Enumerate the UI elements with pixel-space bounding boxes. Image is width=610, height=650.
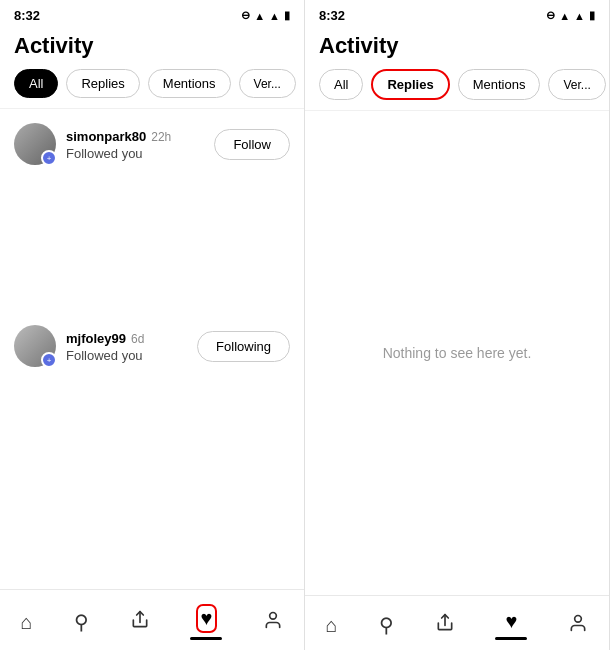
battery-icon-r: ▮: [589, 9, 595, 22]
nav-search-left[interactable]: ⚲: [66, 608, 97, 636]
svg-point-1: [270, 612, 277, 619]
battery-icon: ▮: [284, 9, 290, 22]
wifi-icon: ▲: [254, 10, 265, 22]
status-bar-left: 8:32 ⊖ ▲ ▲ ▮: [0, 0, 304, 27]
avatar-mjfoley: +: [14, 325, 56, 367]
spacer: [0, 175, 304, 315]
nav-share-right[interactable]: [427, 611, 463, 640]
nav-indicator-left: [190, 637, 222, 640]
nav-search-right[interactable]: ⚲: [371, 611, 402, 639]
search-icon-right: ⚲: [379, 613, 394, 637]
profile-icon-left: [263, 610, 283, 635]
empty-state-right: Nothing to see here yet.: [305, 111, 609, 595]
time-simon: 22h: [151, 130, 171, 144]
tab-ver-right[interactable]: Ver...: [548, 69, 605, 100]
heart-icon-right: ♥: [506, 610, 518, 633]
nav-home-right[interactable]: ⌂: [317, 612, 345, 639]
search-icon-left: ⚲: [74, 610, 89, 634]
activity-info-simon: simonpark8022h Followed you: [66, 127, 204, 161]
signal-icon-r: ▲: [574, 10, 585, 22]
nav-activity-left[interactable]: ♥: [182, 602, 230, 642]
wifi-icon-r: ▲: [559, 10, 570, 22]
do-not-disturb-icon-r: ⊖: [546, 9, 555, 22]
tab-mentions-left[interactable]: Mentions: [148, 69, 231, 98]
svg-point-3: [575, 615, 582, 622]
share-icon-right: [435, 613, 455, 638]
tab-ver-left[interactable]: Ver...: [239, 69, 296, 98]
left-panel: 8:32 ⊖ ▲ ▲ ▮ Activity All Replies Mentio…: [0, 0, 305, 650]
nav-profile-right[interactable]: [560, 611, 596, 640]
activity-item-mjfoley: + mjfoley996d Followed you Following: [0, 315, 304, 377]
avatar-simon: +: [14, 123, 56, 165]
following-button-mjfoley[interactable]: Following: [197, 331, 290, 362]
page-title-right: Activity: [305, 27, 609, 69]
filter-tabs-left: All Replies Mentions Ver...: [0, 69, 304, 108]
heart-icon-left: ♥: [201, 607, 213, 629]
desc-mjfoley: Followed you: [66, 348, 187, 363]
share-icon-left: [130, 610, 150, 635]
desc-simon: Followed you: [66, 146, 204, 161]
right-panel: 8:32 ⊖ ▲ ▲ ▮ Activity All Replies Mentio…: [305, 0, 610, 650]
bottom-nav-right: ⌂ ⚲ ♥: [305, 595, 609, 650]
home-icon-right: ⌂: [325, 614, 337, 637]
activity-info-mjfoley: mjfoley996d Followed you: [66, 329, 187, 363]
tab-all-left[interactable]: All: [14, 69, 58, 98]
activity-list-left: + simonpark8022h Followed you Follow +: [0, 109, 304, 589]
nav-share-left[interactable]: [122, 608, 158, 637]
nav-indicator-right: [495, 637, 527, 640]
status-icons-right: ⊖ ▲ ▲ ▮: [546, 9, 595, 22]
time-mjfoley: 6d: [131, 332, 144, 346]
status-icons-left: ⊖ ▲ ▲ ▮: [241, 9, 290, 22]
home-icon-left: ⌂: [20, 611, 32, 634]
nav-activity-right[interactable]: ♥: [487, 608, 535, 642]
filter-tabs-right: All Replies Mentions Ver...: [305, 69, 609, 110]
signal-icon: ▲: [269, 10, 280, 22]
tab-mentions-right[interactable]: Mentions: [458, 69, 541, 100]
status-bar-right: 8:32 ⊖ ▲ ▲ ▮: [305, 0, 609, 27]
status-time-left: 8:32: [14, 8, 40, 23]
tab-replies-left[interactable]: Replies: [66, 69, 139, 98]
follow-button-simon[interactable]: Follow: [214, 129, 290, 160]
username-mjfoley: mjfoley99: [66, 331, 126, 346]
bottom-nav-left: ⌂ ⚲ ♥: [0, 589, 304, 650]
follow-badge-mjfoley: +: [41, 352, 57, 368]
activity-icon-border-left: ♥: [196, 604, 218, 633]
status-time-right: 8:32: [319, 8, 345, 23]
tab-all-right[interactable]: All: [319, 69, 363, 100]
tab-replies-right[interactable]: Replies: [371, 69, 449, 100]
follow-badge-simon: +: [41, 150, 57, 166]
activity-item-simon: + simonpark8022h Followed you Follow: [0, 113, 304, 175]
nav-home-left[interactable]: ⌂: [12, 609, 40, 636]
do-not-disturb-icon: ⊖: [241, 9, 250, 22]
profile-icon-right: [568, 613, 588, 638]
username-simon: simonpark80: [66, 129, 146, 144]
page-title-left: Activity: [0, 27, 304, 69]
nav-profile-left[interactable]: [255, 608, 291, 637]
